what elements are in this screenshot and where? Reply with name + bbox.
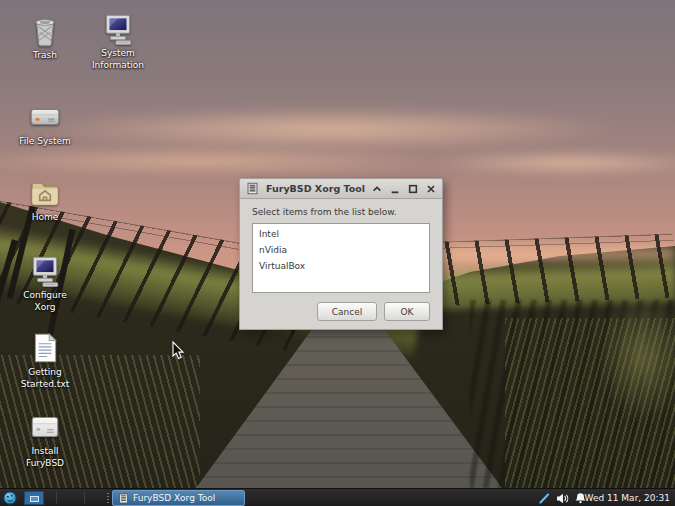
shade-button[interactable] [372, 184, 382, 194]
desktop-icon-label: Trash [5, 50, 85, 62]
furybsd-xorg-tool-window: FuryBSD Xorg Tool Select items from the … [239, 178, 443, 330]
volume-icon[interactable] [556, 492, 569, 505]
desktop-icon-label: Home [5, 212, 85, 224]
desktop-icon-label: Configure Xorg [5, 290, 85, 313]
cloud-shape [0, 146, 460, 176]
cancel-button[interactable]: Cancel [317, 302, 377, 321]
dialog-message: Select items from the list below. [252, 207, 430, 217]
cloud-shape [420, 150, 675, 176]
screen: Trash System Information File System Hom… [0, 0, 675, 506]
desktop-icon-file-system[interactable]: File System [5, 100, 85, 148]
window-controls [372, 184, 436, 194]
pen-icon[interactable] [538, 492, 551, 505]
task-button-furybsd-xorg-tool[interactable]: FuryBSD Xorg Tool [112, 490, 245, 506]
desktop-icon-getting-started[interactable]: Getting Started.txt [5, 331, 85, 390]
window-icon [118, 493, 129, 504]
workspace-pager[interactable] [24, 491, 44, 505]
text-file-icon [28, 331, 62, 365]
computer-icon [28, 254, 62, 288]
clock[interactable]: Wed 11 Mar, 20:31 [585, 489, 670, 506]
desktop-icon-label: Getting Started.txt [5, 367, 85, 390]
desktop-icon-label: System Information [78, 48, 158, 71]
computer-icon [101, 12, 135, 46]
window-menu-icon[interactable] [246, 182, 259, 195]
list-item-intel[interactable]: Intel [253, 226, 429, 242]
desktop-icon-label: Install FuryBSD [5, 446, 85, 469]
task-button-label: FuryBSD Xorg Tool [133, 493, 215, 503]
dialog-body: Select items from the list below. Intel … [240, 199, 442, 321]
trash-icon [28, 14, 62, 48]
panel-separator [56, 492, 57, 504]
dialog-button-row: Cancel OK [252, 302, 430, 321]
desktop-icon-label: File System [5, 136, 85, 148]
workspace-icon [30, 496, 39, 502]
desktop-icon-install-furybsd[interactable]: Install FuryBSD [5, 410, 85, 469]
panel-separator [84, 492, 85, 504]
maximize-button[interactable] [408, 184, 418, 194]
desktop-icon-system-information[interactable]: System Information [78, 12, 158, 71]
harddrive-icon [28, 100, 62, 134]
home-folder-icon [28, 176, 62, 210]
desktop-icon-home[interactable]: Home [5, 176, 85, 224]
close-button[interactable] [426, 184, 436, 194]
minimize-button[interactable] [390, 184, 400, 194]
list-item-virtualbox[interactable]: VirtualBox [253, 258, 429, 274]
desktop-icon-configure-xorg[interactable]: Configure Xorg [5, 254, 85, 313]
ok-button[interactable]: OK [384, 302, 430, 321]
cloud-shape [40, 108, 620, 150]
applications-menu-button[interactable] [3, 491, 17, 505]
window-titlebar[interactable]: FuryBSD Xorg Tool [240, 179, 442, 199]
installer-drive-icon [28, 410, 62, 444]
system-tray [538, 491, 587, 505]
driver-listbox[interactable]: Intel nVidia VirtualBox [252, 223, 430, 293]
tasklist-grip[interactable] [107, 493, 109, 503]
list-item-nvidia[interactable]: nVidia [253, 242, 429, 258]
window-title: FuryBSD Xorg Tool [263, 183, 368, 194]
taskbar: FuryBSD Xorg Tool Wed 11 Mar, 20:31 [0, 488, 675, 506]
desktop-icon-trash[interactable]: Trash [5, 14, 85, 62]
